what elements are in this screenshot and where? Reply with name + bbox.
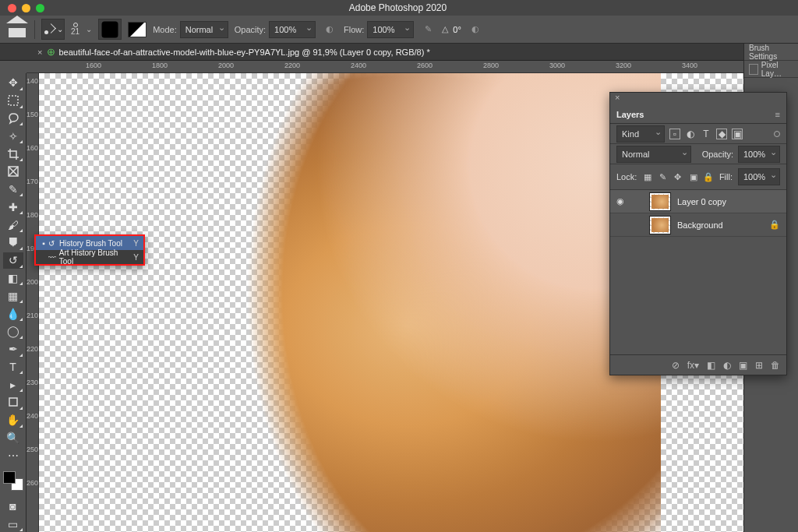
marquee-tool[interactable] xyxy=(3,93,23,109)
layer-row[interactable]: ◉ Layer 0 copy xyxy=(610,190,786,213)
blend-opacity-row: Normal Opacity: 100% xyxy=(610,144,786,164)
layer-row[interactable]: Background 🔒 xyxy=(610,213,786,237)
dodge-tool[interactable]: ◯ xyxy=(3,323,23,340)
hand-tool[interactable]: ✋ xyxy=(3,412,23,428)
zoom-tool[interactable]: 🔍 xyxy=(3,430,23,446)
layer-blend-select[interactable]: Normal xyxy=(616,146,691,163)
move-tool[interactable]: ✥ xyxy=(3,75,23,91)
horizontal-ruler[interactable]: 1600 1800 2000 2200 2400 2600 2800 3000 … xyxy=(26,61,743,73)
layer-name[interactable]: Layer 0 copy xyxy=(677,197,780,206)
adjustment-layer-button[interactable]: ◐ xyxy=(723,360,731,371)
pixel-layer-panel-tab[interactable]: Pixel Lay… xyxy=(744,61,798,78)
panel-menu-button[interactable]: ≡ xyxy=(775,110,780,119)
maximize-window-button[interactable] xyxy=(36,4,44,12)
vertical-ruler[interactable]: 1400 1500 1600 1700 1800 1900 2000 2100 … xyxy=(26,73,39,532)
flyout-current-indicator: ▪ xyxy=(41,239,47,248)
layer-opacity-select[interactable]: 100% xyxy=(738,146,780,163)
lock-position-icon[interactable]: ✥ xyxy=(673,172,683,182)
lock-fill-row: Lock: ▦ ✎ ✥ ▣ 🔒 Fill: 100% xyxy=(610,164,786,190)
close-tab-icon[interactable]: × xyxy=(37,48,42,57)
panel-close-button[interactable]: × xyxy=(610,93,786,105)
color-swatches[interactable] xyxy=(2,470,25,491)
airbrush-icon[interactable]: ✎ xyxy=(420,23,436,37)
art-history-brush-icon: 〰 xyxy=(48,253,59,262)
new-group-button[interactable]: ▣ xyxy=(739,360,747,371)
magic-wand-tool[interactable]: ✧ xyxy=(3,128,23,144)
brush-settings-button[interactable] xyxy=(98,19,122,40)
opacity-select[interactable]: 100% xyxy=(269,21,316,38)
layer-fx-button[interactable]: fx▾ xyxy=(687,360,699,371)
filter-toggle[interactable] xyxy=(774,131,780,137)
layer-fill-select[interactable]: 100% xyxy=(738,168,780,185)
type-tool[interactable]: T xyxy=(3,359,23,375)
lock-all-icon[interactable]: 🔒 xyxy=(704,172,714,182)
size-pressure-icon[interactable]: ◐ xyxy=(468,23,483,37)
flyout-item-art-history-brush[interactable]: 〰 Art History Brush Tool Y xyxy=(36,250,143,264)
lock-pixels-icon[interactable]: ✎ xyxy=(658,172,668,182)
svg-rect-1 xyxy=(9,96,18,105)
gradient-tool[interactable]: ▦ xyxy=(3,287,23,304)
eyedropper-tool[interactable]: ✎ xyxy=(3,181,23,198)
rectangle-tool[interactable] xyxy=(3,394,23,410)
filter-smart-icon[interactable]: ▣ xyxy=(732,129,743,139)
close-window-button[interactable] xyxy=(8,4,16,12)
history-brush-icon: ↺ xyxy=(48,239,59,248)
pen-tool[interactable]: ✒ xyxy=(3,341,23,358)
filter-kind-select[interactable]: Kind xyxy=(616,125,665,143)
angle-value[interactable]: 0° xyxy=(453,25,461,34)
frame-tool[interactable] xyxy=(3,164,23,180)
filter-pixel-icon[interactable]: ▫ xyxy=(669,129,680,139)
opacity-pressure-icon[interactable]: ◐ xyxy=(322,23,337,37)
clone-stamp-tool[interactable]: ⛊ xyxy=(3,234,23,251)
link-layers-button[interactable]: ⊘ xyxy=(672,360,680,371)
filter-adjustment-icon[interactable]: ◐ xyxy=(685,129,696,139)
delete-layer-button[interactable]: 🗑 xyxy=(771,360,780,371)
history-brush-tool[interactable]: ↺ xyxy=(3,252,23,269)
lock-transparency-icon[interactable]: ▦ xyxy=(642,172,652,182)
blur-tool[interactable]: 💧 xyxy=(3,305,23,322)
lasso-tool[interactable] xyxy=(3,111,23,127)
healing-brush-tool[interactable]: ✚ xyxy=(3,199,23,215)
screen-mode-button[interactable]: ▭ xyxy=(3,516,23,532)
filter-shape-icon[interactable]: ◆ xyxy=(716,129,727,139)
layers-tab[interactable]: Layers xyxy=(616,110,644,119)
blend-mode-select[interactable]: Normal xyxy=(180,21,228,38)
flow-label: Flow: xyxy=(344,25,364,34)
brush-tool[interactable]: 🖌 xyxy=(3,217,23,233)
filter-type-icon[interactable]: T xyxy=(701,129,711,139)
path-selection-tool[interactable]: ▸ xyxy=(3,376,23,393)
home-button[interactable] xyxy=(6,22,28,37)
layer-name[interactable]: Background xyxy=(677,220,763,230)
divider xyxy=(34,20,35,39)
flyout-item-label: History Brush Tool xyxy=(59,239,122,248)
crop-tool[interactable] xyxy=(3,146,23,162)
fill-label: Fill: xyxy=(719,172,733,181)
visibility-toggle[interactable]: ◉ xyxy=(616,196,627,206)
tool-preset-picker[interactable]: ⌄ xyxy=(41,19,65,40)
layers-panel: × Layers ≡ Kind ▫ ◐ T ◆ ▣ Normal Opacity… xyxy=(609,92,787,375)
brush-preset-picker[interactable]: ⌄ xyxy=(86,25,92,33)
history-brush-flyout: ▪ ↺ History Brush Tool Y 〰 Art History B… xyxy=(34,234,145,266)
new-layer-button[interactable]: ⊞ xyxy=(755,360,763,371)
flyout-item-label: Art History Brush Tool xyxy=(59,248,134,266)
brush-size-preview[interactable]: 21 xyxy=(71,23,79,36)
brush-settings-panel-tab[interactable]: Brush Settings xyxy=(744,44,798,61)
layer-mask-button[interactable]: ◧ xyxy=(707,360,715,371)
quick-mask-button[interactable]: ◙ xyxy=(3,499,23,515)
image-content xyxy=(100,73,661,532)
svg-rect-3 xyxy=(9,398,17,406)
layer-thumbnail[interactable] xyxy=(649,216,671,234)
mode-label: Mode: xyxy=(153,25,177,34)
eraser-tool[interactable]: ◧ xyxy=(3,270,23,287)
window-titlebar: Adobe Photoshop 2020 xyxy=(0,0,798,16)
lock-nested-icon[interactable]: ▣ xyxy=(688,172,698,182)
layer-thumbnail[interactable] xyxy=(649,192,671,211)
flow-select[interactable]: 100% xyxy=(367,21,414,38)
minimize-window-button[interactable] xyxy=(22,4,30,12)
opacity-label: Opacity: xyxy=(235,25,266,34)
angle-icon: △ xyxy=(442,24,448,34)
document-tab[interactable]: × ⊕ beautiful-face-of-an-attractive-mode… xyxy=(0,44,798,61)
brush-swatch[interactable] xyxy=(128,22,147,37)
edit-toolbar-button[interactable]: ⋯ xyxy=(3,447,23,463)
flyout-item-shortcut: Y xyxy=(133,239,139,248)
